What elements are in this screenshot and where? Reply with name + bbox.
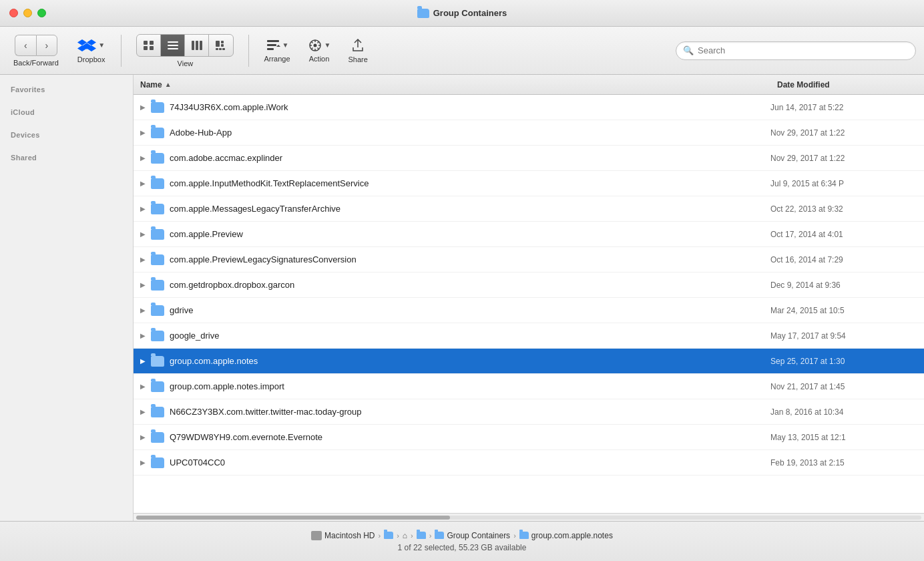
file-name: com.adobe.accmac.explinder (170, 153, 770, 163)
breadcrumb-folder2[interactable] (417, 532, 426, 539)
row-expander-icon[interactable]: ▶ (140, 104, 151, 111)
table-row[interactable]: ▶com.adobe.accmac.explinderNov 29, 2017 … (134, 146, 924, 171)
breadcrumb: Macintosh HD › › ⌂ › › Group Containers … (311, 531, 613, 540)
list-view-button[interactable] (161, 35, 185, 56)
dropbox-chevron-icon: ▼ (98, 41, 105, 49)
svg-rect-9 (200, 41, 202, 50)
svg-rect-8 (196, 41, 198, 50)
arrange-button[interactable]: ▼ Arrange (258, 36, 295, 65)
row-expander-icon[interactable]: ▶ (140, 383, 151, 390)
view-buttons (136, 34, 234, 57)
view-label: View (178, 59, 194, 67)
row-expander-icon[interactable]: ▶ (140, 154, 151, 162)
row-expander-icon[interactable]: ▶ (140, 433, 151, 441)
breadcrumb-sep-1: › (378, 532, 381, 540)
row-expander-icon[interactable]: ▶ (140, 307, 151, 314)
svg-rect-10 (216, 41, 220, 47)
svg-line-29 (317, 41, 318, 43)
row-expander-icon[interactable]: ▶ (140, 408, 151, 415)
breadcrumb-sep-2: › (397, 532, 399, 540)
col-date-header[interactable]: Date Modified (777, 80, 924, 89)
svg-rect-11 (221, 41, 224, 43)
svg-rect-2 (144, 46, 148, 50)
row-expander-icon[interactable]: ▶ (140, 459, 151, 466)
col-name-header[interactable]: Name ▲ (140, 80, 777, 89)
folder-icon (151, 128, 164, 138)
back-forward-group: ‹ › Back/Forward (8, 32, 64, 69)
action-button[interactable]: ▼ Action (302, 36, 336, 65)
breadcrumb-sep-5: › (513, 532, 516, 540)
file-name: N66CZ3Y3BX.com.twitter.twitter-mac.today… (170, 407, 770, 417)
row-expander-icon[interactable]: ▶ (140, 281, 151, 289)
folder-icon (151, 457, 164, 468)
action-icon: ▼ (308, 39, 331, 52)
table-row[interactable]: ▶Q79WDW8YH9.com.evernote.EvernoteMay 13,… (134, 425, 924, 450)
breadcrumb-hd[interactable]: Macintosh HD (311, 531, 375, 540)
row-expander-icon[interactable]: ▶ (140, 256, 151, 263)
breadcrumb-notes[interactable]: group.com.apple.notes (519, 531, 613, 540)
svg-rect-12 (221, 44, 224, 47)
table-row[interactable]: ▶com.getdropbox.dropbox.garconDec 9, 201… (134, 272, 924, 298)
file-name: com.getdropbox.dropbox.garcon (170, 280, 770, 290)
row-expander-icon[interactable]: ▶ (140, 332, 151, 339)
breadcrumb-notes-label: group.com.apple.notes (531, 531, 613, 540)
row-expander-icon[interactable]: ▶ (140, 180, 151, 187)
table-row[interactable]: ▶google_driveMay 17, 2017 at 9:54 (134, 323, 924, 349)
file-date: May 17, 2017 at 9:54 (770, 331, 917, 341)
table-row[interactable]: ▶com.apple.MessagesLegacyTransferArchive… (134, 196, 924, 222)
breadcrumb-home[interactable]: ⌂ (403, 531, 407, 540)
column-view-button[interactable] (185, 35, 209, 56)
search-box[interactable]: 🔍 (676, 41, 916, 60)
close-button[interactable] (9, 9, 18, 17)
row-expander-icon[interactable]: ▶ (140, 205, 151, 212)
table-row[interactable]: ▶74J34U3R6X.com.apple.iWorkJun 14, 2017 … (134, 95, 924, 120)
forward-button[interactable]: › (36, 35, 57, 56)
scrollbar-thumb[interactable] (136, 516, 450, 520)
table-row[interactable]: ▶com.apple.PreviewOct 17, 2014 at 4:01 (134, 222, 924, 247)
back-button[interactable]: ‹ (15, 35, 36, 56)
svg-line-27 (317, 47, 318, 49)
breadcrumb-group-containers[interactable]: Group Containers (435, 531, 510, 540)
row-expander-icon[interactable]: ▶ (140, 129, 151, 136)
dropbox-button[interactable]: ▼ Dropbox (71, 35, 112, 66)
share-button[interactable]: Share (342, 35, 373, 66)
icon-view-button[interactable] (137, 35, 161, 56)
file-name: gdrive (170, 305, 770, 315)
table-row[interactable]: ▶com.apple.InputMethodKit.TextReplacemen… (134, 171, 924, 196)
folder-icon (151, 178, 164, 189)
search-input[interactable] (698, 45, 909, 55)
file-name: Q79WDW8YH9.com.evernote.Evernote (170, 432, 770, 442)
svg-rect-4 (168, 41, 178, 43)
sidebar-section-icloud: iCloud (0, 108, 133, 120)
row-expander-icon[interactable]: ▶ (140, 357, 151, 365)
svg-line-26 (311, 41, 312, 43)
svg-line-28 (311, 47, 312, 49)
table-row[interactable]: ▶group.com.apple.notesSep 25, 2017 at 1:… (134, 349, 924, 374)
toolbar-separator-2 (248, 35, 249, 67)
file-name: group.com.apple.notes.import (170, 381, 770, 391)
scrollbar-area[interactable] (134, 513, 924, 521)
hd-icon (311, 531, 322, 540)
minimize-button[interactable] (23, 9, 32, 17)
breadcrumb-folder2-icon (417, 532, 426, 539)
file-name: com.apple.MessagesLegacyTransferArchive (170, 204, 770, 214)
table-row[interactable]: ▶UPC0T04CC0Feb 19, 2013 at 2:15 (134, 450, 924, 476)
table-row[interactable]: ▶gdriveMar 24, 2015 at 10:5 (134, 298, 924, 323)
table-row[interactable]: ▶com.apple.PreviewLegacySignaturesConver… (134, 247, 924, 272)
table-row[interactable]: ▶Adobe-Hub-AppNov 29, 2017 at 1:22 (134, 120, 924, 146)
maximize-button[interactable] (37, 9, 46, 17)
gallery-view-button[interactable] (209, 35, 233, 56)
table-row[interactable]: ▶group.com.apple.notes.importNov 21, 201… (134, 374, 924, 399)
table-row[interactable]: ▶N66CZ3Y3BX.com.twitter.twitter-mac.toda… (134, 399, 924, 425)
folder-icon (151, 254, 164, 265)
file-name: com.apple.PreviewLegacySignaturesConvers… (170, 254, 770, 264)
folder-icon (151, 356, 164, 367)
svg-rect-3 (150, 46, 154, 50)
row-expander-icon[interactable]: ▶ (140, 230, 151, 238)
file-name: 74J34U3R6X.com.apple.iWork (170, 102, 770, 112)
folder-icon (151, 305, 164, 316)
scrollbar-track (136, 516, 921, 520)
svg-rect-5 (168, 45, 178, 46)
breadcrumb-gc-folder-icon (435, 532, 444, 539)
breadcrumb-folder1[interactable] (384, 532, 393, 539)
